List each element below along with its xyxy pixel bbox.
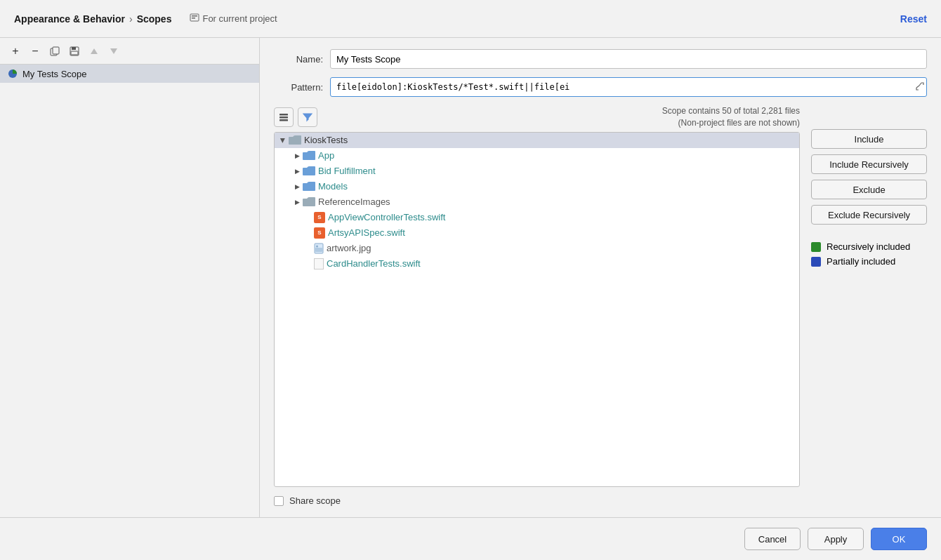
scope-list: My Tests Scope	[0, 65, 259, 517]
partially-included-color	[811, 257, 821, 267]
pattern-expand-button[interactable]	[916, 82, 924, 93]
tree-arrow-expand: ▶	[291, 196, 303, 208]
tree-flat-view-button[interactable]	[274, 107, 294, 127]
copy-scope-button[interactable]	[46, 43, 63, 60]
image-file-icon	[314, 243, 324, 254]
tree-filter-button[interactable]	[298, 107, 317, 127]
appearance-breadcrumb: Appearance & Behavior	[14, 13, 125, 25]
tree-item[interactable]: ▶ KioskTests	[275, 133, 799, 148]
tree-item-label: ArtsyAPISpec.swift	[328, 227, 405, 238]
name-input[interactable]	[330, 49, 927, 69]
tree-item-label: CardHandlerTests.swift	[327, 258, 421, 269]
scopes-breadcrumb: Scopes	[137, 13, 172, 25]
name-row: Name:	[274, 49, 927, 69]
scope-pie-icon	[7, 68, 18, 79]
name-label: Name:	[274, 54, 323, 65]
scope-item[interactable]: My Tests Scope	[0, 65, 259, 83]
swift-file-icon: S	[314, 212, 325, 223]
exclude-button[interactable]: Exclude	[811, 180, 927, 199]
tree-item-label: artwork.jpg	[327, 243, 371, 253]
ok-button[interactable]: OK	[871, 528, 927, 550]
pattern-input[interactable]	[330, 77, 927, 97]
apply-button[interactable]: Apply	[808, 528, 864, 550]
tree-item[interactable]: ▶ App	[275, 148, 799, 164]
move-down-button[interactable]	[105, 43, 122, 60]
tree-arrow-expand: ▶	[277, 135, 289, 146]
svg-rect-6	[72, 47, 76, 50]
share-scope-row: Share scope	[274, 495, 927, 506]
partially-included-label: Partially included	[827, 256, 895, 267]
svg-rect-7	[71, 51, 78, 55]
tree-item-label: Bid Fulfillment	[318, 166, 376, 176]
include-recursively-button[interactable]: Include Recursively	[811, 154, 927, 174]
scope-item-label: My Tests Scope	[22, 69, 87, 79]
tree-arrow-expand: ▶	[291, 181, 303, 192]
tree-item-label: ReferenceImages	[318, 196, 390, 207]
tree-arrow-expand: ▶	[291, 166, 303, 177]
tree-item[interactable]: ▶ Models	[275, 179, 799, 194]
svg-marker-9	[110, 48, 117, 54]
svg-rect-13	[279, 119, 288, 121]
scope-info: Scope contains 50 of total 2,281 files (…	[322, 105, 800, 129]
file-tree: ▶ KioskTests ▶ App	[274, 132, 800, 487]
recursively-included-label: Recursively included	[827, 241, 910, 252]
action-buttons-panel: Include Include Recursively Exclude Excl…	[811, 105, 927, 487]
svg-rect-2	[192, 18, 195, 19]
swift-file-icon: S	[314, 227, 325, 239]
breadcrumb-arrow: ›	[129, 13, 133, 25]
tree-item[interactable]: ▶ Bid Fulfillment	[275, 164, 799, 179]
pattern-row: Pattern:	[274, 77, 927, 97]
svg-marker-8	[91, 48, 98, 54]
cancel-button[interactable]: Cancel	[744, 528, 801, 550]
reset-button[interactable]: Reset	[900, 13, 927, 25]
svg-rect-11	[279, 114, 288, 116]
move-up-button[interactable]	[86, 43, 103, 60]
tree-item-label: KioskTests	[304, 135, 348, 145]
recursively-included-color	[811, 242, 821, 252]
tree-item[interactable]: S ArtsyAPISpec.swift	[275, 225, 799, 241]
add-scope-button[interactable]: +	[7, 43, 24, 60]
tree-item-label: AppViewControllerTests.swift	[328, 212, 445, 222]
svg-point-16	[316, 245, 318, 247]
tree-arrow-expand: ▶	[291, 150, 303, 161]
tree-item-label: Models	[318, 181, 348, 192]
svg-rect-15	[315, 248, 322, 252]
legend: Recursively included Partially included	[811, 241, 927, 267]
include-button[interactable]: Include	[811, 129, 927, 149]
tree-item-label: App	[318, 150, 334, 161]
exclude-recursively-button[interactable]: Exclude Recursively	[811, 205, 927, 225]
project-label: For current project	[202, 13, 277, 24]
pattern-label: Pattern:	[274, 82, 323, 93]
svg-rect-12	[279, 116, 288, 119]
save-scope-button[interactable]	[66, 43, 83, 60]
tree-item[interactable]: CardHandlerTests.swift	[275, 256, 799, 272]
tree-item[interactable]: S AppViewControllerTests.swift	[275, 210, 799, 225]
tree-item[interactable]: artwork.jpg	[275, 241, 799, 256]
share-scope-label: Share scope	[289, 495, 341, 506]
remove-scope-button[interactable]: −	[27, 43, 44, 60]
project-icon	[190, 13, 199, 25]
tree-item[interactable]: ▶ ReferenceImages	[275, 194, 799, 210]
share-scope-checkbox[interactable]	[274, 496, 284, 506]
footer: Cancel Apply OK	[0, 517, 941, 560]
svg-rect-1	[192, 15, 197, 17]
svg-rect-4	[53, 47, 59, 54]
